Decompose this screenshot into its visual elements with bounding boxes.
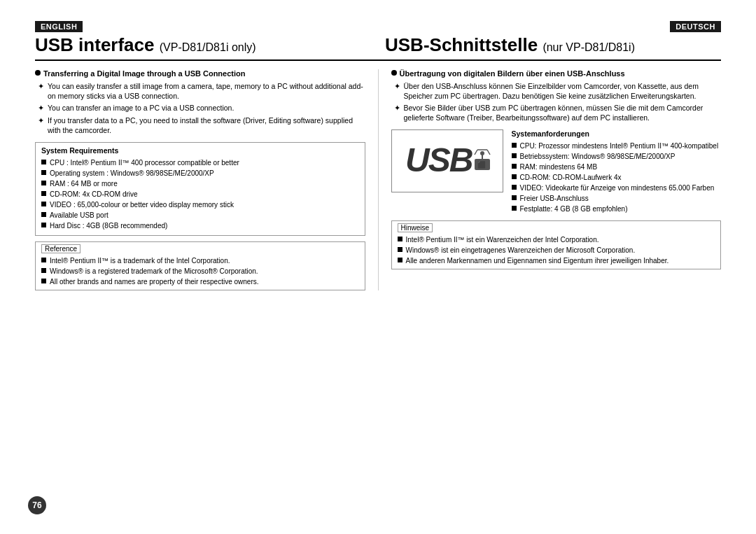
header-left: USB interface (VP-D81/D81i only)	[35, 35, 371, 55]
page-number: 76	[28, 496, 46, 514]
list-item: VIDEO : 65,000-colour or better video di…	[41, 200, 359, 209]
cross-bullet: ✦	[394, 81, 400, 92]
en-sysreq-0: CPU : Intel® Pentium II™ 400 processor c…	[50, 158, 239, 167]
sq-bullet	[41, 258, 46, 262]
list-item: Hard Disc : 4GB (8GB recommended)	[41, 221, 359, 230]
en-ref-2: All other brands and names are property …	[50, 277, 259, 286]
de-item-1: Über den USB-Anschluss können Sie Einzel…	[404, 81, 722, 101]
en-sysreq-1: Operating system : Windows® 98/98SE/ME/2…	[50, 169, 214, 178]
en-section1-heading: Transferring a Digital Image through a U…	[35, 69, 365, 78]
list-item: RAM: mindestens 64 MB	[512, 162, 722, 171]
de-hint-0: Intel® Pentium II™ ist ein Warenzeichen …	[406, 235, 599, 244]
sq-bullet	[398, 247, 402, 252]
list-item: All other brands and names are property …	[41, 277, 359, 286]
de-hinweise-list: Intel® Pentium II™ ist ein Warenzeichen …	[398, 235, 715, 265]
list-item: Intel® Pentium II™ is a trademark of the…	[41, 256, 359, 265]
list-item: Operating system : Windows® 98/98SE/ME/2…	[41, 169, 359, 178]
en-item-2: You can transfer an image to a PC via a …	[48, 103, 234, 113]
english-label: ENGLISH	[35, 21, 83, 32]
header-right: USB-Schnittstelle (nur VP-D81/D81i)	[371, 35, 721, 55]
title-en-bold: USB interface	[35, 34, 155, 55]
de-hint-1: Windows® ist ein eingetragenes Warenzeic…	[406, 246, 636, 255]
list-item: Intel® Pentium II™ ist ein Warenzeichen …	[398, 235, 715, 244]
de-sysreq-0: CPU: Prozessor mindestens Intel® Pentium…	[520, 141, 719, 150]
de-hint-2: Alle anderen Markennamen und Eigennamen …	[406, 256, 669, 265]
main-title-de: USB-Schnittstelle (nur VP-D81/D81i)	[385, 35, 721, 55]
page: ENGLISH DEUTSCH USB interface (VP-D81/D8…	[0, 0, 756, 534]
subtitle-en: (VP-D81/D81i only)	[160, 41, 256, 53]
de-sysreq-5: Freier USB-Anschluss	[520, 194, 589, 203]
sq-bullet	[512, 174, 517, 179]
de-section1-heading: Übertragung von digitalen Bildern über e…	[391, 69, 722, 78]
sq-bullet	[41, 191, 46, 196]
deutsch-label: DEUTSCH	[670, 21, 721, 32]
header-row: USB interface (VP-D81/D81i only) USB-Sch…	[35, 35, 721, 61]
list-item: Windows® is a registered trademark of th…	[41, 267, 359, 276]
de-sysreq-wrapper: Systemanforderungen CPU: Prozessor minde…	[512, 129, 722, 215]
sq-bullet	[41, 212, 46, 217]
cross-bullet: ✦	[38, 115, 44, 126]
main-title-en: USB interface (VP-D81/D81i only)	[35, 35, 371, 55]
sq-bullet	[512, 143, 517, 148]
en-item-1: You can easily transfer a still image fr…	[48, 81, 365, 101]
sq-bullet	[41, 160, 46, 164]
usb-logo-svg: USB ⬛	[402, 139, 493, 181]
sq-bullet	[41, 181, 46, 185]
en-ref-0: Intel® Pentium II™ is a trademark of the…	[50, 256, 230, 265]
cross-bullet: ✦	[394, 103, 400, 113]
list-item: Freier USB-Anschluss	[512, 194, 722, 203]
sq-bullet	[41, 279, 46, 283]
list-item: Available USB port	[41, 211, 359, 220]
sq-bullet	[512, 195, 517, 200]
list-item: ✦ Über den USB-Anschluss können Sie Einz…	[394, 81, 722, 101]
de-hinweise-title-wrapper: Hinweise	[398, 223, 715, 235]
de-hinweise-box: Hinweise Intel® Pentium II™ ist ein Ware…	[391, 220, 722, 269]
en-ref-1: Windows® is a registered trademark of th…	[50, 267, 258, 276]
list-item: Festplatte: 4 GB (8 GB empfohlen)	[512, 204, 722, 213]
col-right: Übertragung von digitalen Bildern über e…	[379, 69, 722, 291]
de-section1-list: ✦ Über den USB-Anschluss können Sie Einz…	[391, 81, 722, 123]
usb-logo-box: USB ⬛	[391, 129, 503, 192]
list-item: Alle anderen Markennamen und Eigennamen …	[398, 256, 715, 265]
de-sysreq-title: Systemanforderungen	[512, 129, 722, 138]
en-sysreq-5: Available USB port	[50, 211, 108, 220]
bullet-circle-en	[35, 70, 41, 76]
list-item: Betriebssystem: Windows® 98/98SE/ME/2000…	[512, 152, 722, 161]
en-sysreq-3: CD-ROM: 4x CD-ROM drive	[50, 190, 138, 199]
list-item: CD-ROM: CD-ROM-Laufwerk 4x	[512, 173, 722, 182]
subtitle-de: (nur VP-D81/D81i)	[542, 41, 635, 53]
sq-bullet	[398, 237, 402, 241]
de-sysreq-6: Festplatte: 4 GB (8 GB empfohlen)	[520, 204, 628, 213]
sq-bullet	[41, 223, 46, 227]
usb-logo-inner: USB ⬛	[402, 139, 493, 183]
en-sysreq-2: RAM : 64 MB or more	[50, 179, 118, 188]
cross-bullet: ✦	[38, 81, 44, 92]
list-item: RAM : 64 MB or more	[41, 179, 359, 188]
en-section1-list: ✦ You can easily transfer a still image …	[35, 81, 365, 136]
sq-bullet	[512, 206, 517, 211]
bullet-circle-de	[391, 70, 397, 76]
de-sysreq-3: CD-ROM: CD-ROM-Laufwerk 4x	[520, 173, 622, 182]
language-bars: ENGLISH DEUTSCH	[35, 21, 721, 32]
list-item: ✦ If you transfer data to a PC, you need…	[38, 115, 365, 135]
en-sysreq-6: Hard Disc : 4GB (8GB recommended)	[50, 221, 167, 230]
sq-bullet	[512, 164, 517, 169]
svg-text:⬛: ⬛	[477, 160, 486, 169]
svg-point-4	[480, 151, 484, 155]
en-ref-title-wrapper: Reference	[41, 244, 359, 256]
en-ref-box: Reference Intel® Pentium II™ is a tradem…	[35, 241, 365, 290]
sq-bullet	[512, 153, 517, 158]
de-sysreq-1: Betriebssystem: Windows® 98/98SE/ME/2000…	[520, 152, 676, 161]
en-ref-list: Intel® Pentium II™ is a trademark of the…	[41, 256, 359, 286]
cross-bullet: ✦	[38, 103, 44, 113]
list-item: CPU : Intel® Pentium II™ 400 processor c…	[41, 158, 359, 167]
de-hinweise-title: Hinweise	[398, 223, 433, 232]
list-item: VIDEO: Videokarte für Anzeige von mindes…	[512, 183, 722, 192]
de-sysreq-2: RAM: mindestens 64 MB	[520, 162, 598, 171]
de-sysreq-list: CPU: Prozessor mindestens Intel® Pentium…	[512, 141, 722, 213]
svg-line-7	[487, 150, 490, 155]
en-sysreq-4: VIDEO : 65,000-colour or better video di…	[50, 200, 234, 209]
sq-bullet	[41, 170, 46, 175]
title-de-bold: USB-Schnittstelle	[385, 34, 538, 55]
list-item: ✦ You can transfer an image to a PC via …	[38, 103, 365, 113]
